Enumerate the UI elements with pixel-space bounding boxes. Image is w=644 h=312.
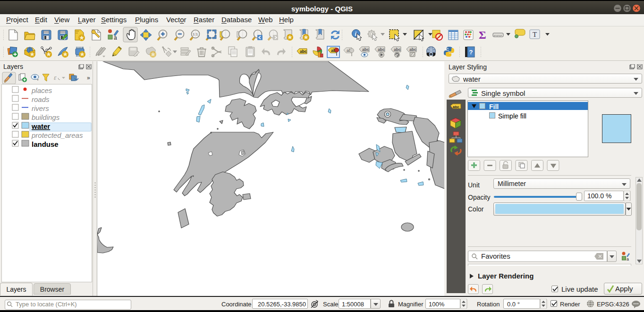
svg-text:1:1: 1:1	[193, 32, 198, 36]
svg-text:ε: ε	[54, 74, 57, 81]
svg-text:?: ?	[469, 49, 473, 56]
svg-text:landuse: landuse	[32, 140, 59, 148]
svg-text:buildings: buildings	[32, 113, 60, 121]
svg-text:water: water	[31, 122, 50, 130]
svg-text:Σ: Σ	[479, 29, 486, 41]
svg-text:a: a	[114, 34, 117, 41]
svg-text:protected_areas: protected_areas	[31, 131, 83, 139]
svg-text:roads: roads	[32, 95, 50, 103]
svg-text:T: T	[533, 31, 537, 38]
svg-text:places: places	[31, 86, 52, 94]
svg-text:a: a	[627, 257, 629, 261]
svg-text:rivers: rivers	[32, 104, 49, 112]
svg-text:abc: abc	[453, 105, 459, 109]
svg-text:»: »	[87, 75, 90, 81]
